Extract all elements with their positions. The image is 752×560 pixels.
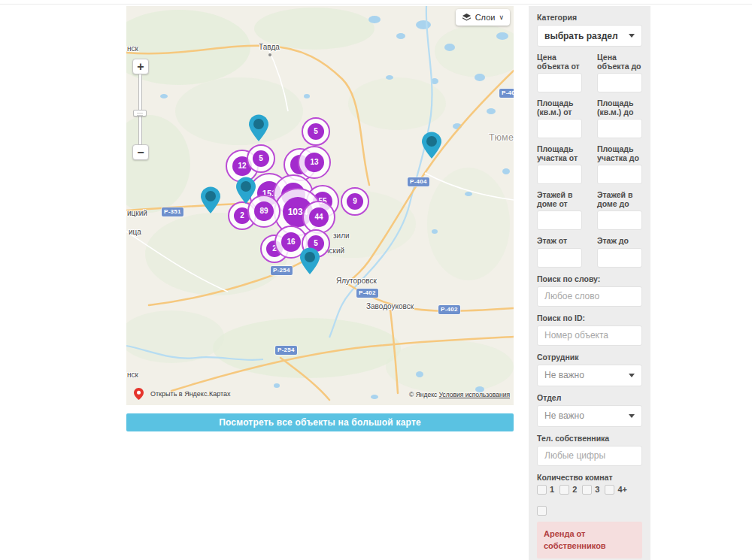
price-from-label: Цена объекта от (537, 53, 582, 71)
map-pin[interactable] (200, 186, 221, 217)
map-attribution: © Яндекс Условия использования (409, 391, 510, 398)
price-from-input[interactable] (537, 73, 582, 92)
range-filters: Цена объекта отЦена объекта доПлощадь (к… (537, 53, 642, 268)
rooms-option-label: 2 (572, 485, 577, 494)
floor-to-input[interactable] (597, 248, 642, 268)
floors-from-label: Этажей в доме от (537, 191, 582, 208)
range-filter-row: Этажей в доме отЭтажей в доме до (537, 191, 642, 230)
rooms-option-label: 4+ (617, 485, 627, 494)
floors-from-input[interactable] (537, 210, 582, 230)
id-search-label: Поиск по ID: (537, 313, 642, 322)
zoom-slider-track[interactable] (138, 74, 142, 145)
floor-from-label: Этаж от (537, 237, 582, 246)
floor-from-input[interactable] (537, 248, 582, 268)
layers-icon (462, 13, 472, 23)
area-to-label: Площадь (кв.м.) до (597, 99, 642, 117)
chevron-down-icon (629, 414, 635, 418)
rooms-3-checkbox[interactable] (582, 485, 592, 495)
rooms-option-2: 2 (559, 485, 577, 495)
area-to-field: Площадь (кв.м.) до (597, 99, 642, 138)
terms-of-use-link[interactable]: Условия использования (439, 391, 510, 398)
map[interactable]: нскТавдаТюменьицкийицазилинскийЯлуторовс… (126, 6, 514, 405)
page-top-divider (0, 4, 752, 5)
rooms-option-label: 3 (595, 485, 599, 494)
rooms-2-checkbox[interactable] (559, 485, 569, 495)
rent-from-owners-note[interactable]: Аренда от собственников (537, 522, 642, 558)
owner-phone-label: Тел. собственника (537, 434, 642, 443)
department-label: Отдел (537, 393, 642, 402)
floors-to-input[interactable] (597, 210, 642, 230)
area-from-field: Площадь (кв.м.) от (537, 99, 582, 138)
rooms-option-3: 3 (582, 485, 599, 495)
yandex-copyright: © Яндекс (409, 391, 437, 398)
rooms-count-label: Количество комнат (537, 473, 642, 482)
employee-label: Сотрудник (537, 353, 642, 362)
department-select[interactable]: Не важно (537, 405, 642, 427)
floor-to-label: Этаж до (597, 237, 642, 246)
search-filters-sidebar: Категория выбрать раздел Цена объекта от… (529, 6, 650, 560)
floor-to-field: Этаж до (597, 237, 642, 268)
floors-to-field: Этажей в доме до (597, 191, 642, 230)
rooms-option-4+: 4+ (605, 485, 627, 495)
range-filter-row: Площадь участка отПлощадь участка до (537, 145, 642, 184)
employee-select[interactable]: Не важно (537, 365, 642, 386)
open-in-yandex-label: Открыть в Яндекс.Картах (150, 390, 230, 398)
owner-phone-input[interactable] (537, 446, 642, 466)
layers-button[interactable]: Слои ∨ (456, 9, 510, 26)
rooms-options: 1234+ (537, 485, 642, 495)
price-from-field: Цена объекта от (537, 53, 582, 92)
lot-area-to-label: Площадь участка до (597, 145, 642, 162)
zoom-in-button[interactable]: + (132, 59, 149, 74)
map-zoom-control: + − (132, 59, 149, 160)
chevron-down-icon: ∨ (499, 14, 504, 21)
word-search-label: Поиск по слову: (537, 274, 642, 283)
chevron-down-icon (629, 374, 635, 377)
employee-value: Не важно (544, 370, 584, 380)
layers-button-label: Слои (475, 13, 496, 22)
id-search-input[interactable] (537, 325, 642, 346)
floor-from-field: Этаж от (537, 237, 582, 268)
map-pin[interactable] (235, 177, 256, 207)
category-value: выбрать раздел (544, 31, 618, 41)
rooms-option-label: 1 (550, 485, 554, 494)
rent-note-text: Аренда от собственников (544, 529, 606, 551)
floors-from-field: Этажей в доме от (537, 191, 582, 230)
lot-area-from-field: Площадь участка от (537, 145, 582, 184)
area-from-label: Площадь (кв.м.) от (537, 99, 582, 117)
word-search-input[interactable] (537, 286, 642, 307)
rooms-1-checkbox[interactable] (537, 485, 547, 495)
floors-to-label: Этажей в доме до (597, 191, 642, 208)
chevron-down-icon (629, 34, 635, 38)
open-in-yandex-link[interactable]: Открыть в Яндекс.Картах (134, 388, 230, 400)
rent-from-owners-checkbox[interactable] (537, 506, 547, 516)
lot-area-from-input[interactable] (537, 165, 582, 184)
range-filter-row: Цена объекта отЦена объекта до (537, 53, 642, 92)
pins-layer (126, 6, 514, 405)
price-to-input[interactable] (597, 73, 642, 92)
map-pin[interactable] (248, 114, 269, 145)
price-to-label: Цена объекта до (597, 53, 642, 71)
category-select[interactable]: выбрать раздел (537, 25, 642, 47)
area-from-input[interactable] (537, 119, 582, 138)
range-filter-row: Площадь (кв.м.) отПлощадь (кв.м.) до (537, 99, 642, 138)
rooms-4+-checkbox[interactable] (605, 485, 614, 495)
map-pin[interactable] (421, 132, 442, 162)
lot-area-from-label: Площадь участка от (537, 145, 582, 162)
yandex-pin-icon (134, 388, 144, 400)
view-all-on-big-map-button[interactable]: Посмотреть все объекты на большой карте (126, 413, 514, 431)
department-value: Не важно (544, 410, 584, 421)
lot-area-to-input[interactable] (597, 165, 642, 184)
range-filter-row: Этаж отЭтаж до (537, 237, 642, 268)
map-pin[interactable] (299, 247, 320, 278)
area-to-input[interactable] (597, 119, 642, 138)
zoom-slider-handle[interactable] (133, 110, 147, 117)
category-label: Категория (537, 13, 642, 22)
zoom-out-button[interactable]: − (132, 144, 149, 160)
price-to-field: Цена объекта до (597, 53, 642, 92)
rooms-option-1: 1 (537, 485, 554, 495)
lot-area-to-field: Площадь участка до (597, 145, 642, 184)
